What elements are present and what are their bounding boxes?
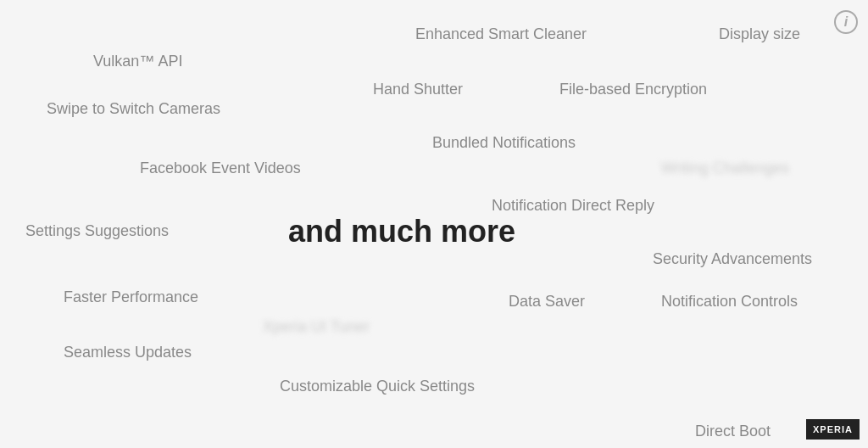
faster-performance: Faster Performance bbox=[64, 288, 198, 306]
hand-shutter: Hand Shutter bbox=[373, 81, 463, 98]
blurred-text-1: Writing Challenges bbox=[661, 160, 789, 177]
and-much-more: and much more bbox=[288, 214, 515, 249]
customizable-quick-settings: Customizable Quick Settings bbox=[280, 378, 475, 395]
file-based-encryption: File-based Encryption bbox=[559, 81, 707, 98]
swipe-to-switch-cameras: Swipe to Switch Cameras bbox=[47, 100, 220, 118]
bundled-notifications: Bundled Notifications bbox=[432, 134, 576, 152]
direct-boot: Direct Boot bbox=[695, 423, 771, 440]
xperia-badge: XPERIA bbox=[806, 419, 860, 440]
notification-direct-reply: Notification Direct Reply bbox=[492, 197, 654, 215]
seamless-updates: Seamless Updates bbox=[64, 344, 192, 361]
facebook-event-videos: Facebook Event Videos bbox=[140, 160, 301, 177]
security-advancements: Security Advancements bbox=[653, 250, 812, 268]
xperia-label: XPERIA bbox=[813, 424, 853, 434]
info-icon-label: i bbox=[844, 14, 848, 30]
info-icon[interactable]: i bbox=[834, 10, 858, 34]
blurred-text-2: Xperia UI Tuner bbox=[263, 318, 370, 336]
enhanced-smart-cleaner: Enhanced Smart Cleaner bbox=[415, 25, 587, 43]
notification-controls: Notification Controls bbox=[661, 293, 798, 311]
vulkan-api: Vulkan™ API bbox=[93, 53, 182, 70]
display-size: Display size bbox=[719, 25, 800, 43]
settings-suggestions: Settings Suggestions bbox=[25, 222, 169, 240]
data-saver: Data Saver bbox=[509, 293, 585, 311]
